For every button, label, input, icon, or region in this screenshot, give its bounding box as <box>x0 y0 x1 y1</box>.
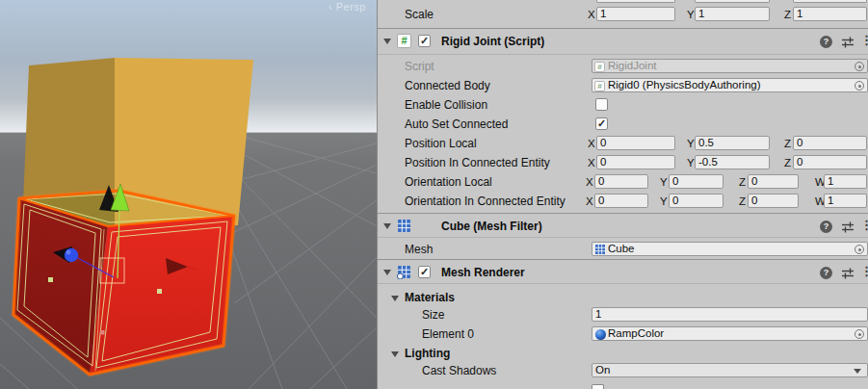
unity-editor-window: ‹ Persp Scale X 1 Y 1 Z 1 # ✓ Rigid Join… <box>0 0 868 389</box>
foldout-icon[interactable] <box>391 296 399 301</box>
kebab-menu-icon[interactable]: ⋮ <box>860 33 868 47</box>
axis-z-label: Z <box>784 9 791 20</box>
auto-set-connected-label: Auto Set Connected <box>405 117 508 131</box>
mesh-object-field[interactable]: Cube <box>592 242 868 256</box>
axis-y-label: Y <box>687 9 695 20</box>
component-header-rigid-joint[interactable]: # ✓ Rigid Joint (Script) ? ⋮ <box>378 28 868 55</box>
row-cast-shadows: Cast Shadows On <box>378 362 868 381</box>
element0-object-field[interactable]: RampColor <box>592 326 868 341</box>
row-enable-collision: Enable Collision <box>378 96 868 116</box>
row-materials-size: Size 1 <box>378 306 868 325</box>
mesh-filter-icon <box>397 219 411 233</box>
position-local-x-field[interactable]: 0 <box>596 136 675 150</box>
csharp-script-icon: # <box>594 62 605 72</box>
orientation-local-z-field[interactable]: 0 <box>748 174 799 189</box>
scale-z-field[interactable]: 1 <box>793 7 867 21</box>
row-lighting-foldout[interactable]: Lighting <box>378 345 868 364</box>
foldout-icon[interactable] <box>383 39 391 44</box>
kebab-menu-icon[interactable]: ⋮ <box>860 264 868 278</box>
handle-square-front[interactable] <box>100 330 105 335</box>
script-object-field[interactable]: # RigidJoint <box>592 59 868 73</box>
row-connected-body: Connected Body # Rigid0 (PhysicsBodyAuth… <box>378 77 868 96</box>
foldout-icon[interactable] <box>391 351 399 357</box>
orientation-in-connected-x-field[interactable]: 0 <box>594 194 648 208</box>
handle-square-left[interactable] <box>48 277 53 282</box>
handle-square-right[interactable] <box>157 289 162 294</box>
axis-x-label: X <box>588 9 595 20</box>
presets-icon[interactable] <box>841 221 855 233</box>
cast-shadows-label: Cast Shadows <box>422 364 496 377</box>
lighting-label: Lighting <box>405 347 450 360</box>
csharp-script-icon: # <box>397 34 411 48</box>
connected-body-label: Connected Body <box>405 79 490 92</box>
position-local-z-field[interactable]: 0 <box>793 136 867 150</box>
mesh-label: Mesh <box>405 243 433 256</box>
presets-icon[interactable] <box>841 37 855 48</box>
kebab-menu-icon[interactable]: ⋮ <box>860 218 868 232</box>
position-local-label: Position Local <box>405 137 477 150</box>
connected-body-object-field[interactable]: # Rigid0 (PhysicsBodyAuthoring) <box>592 78 868 92</box>
clipped-field <box>596 0 675 3</box>
cast-shadows-dropdown[interactable]: On <box>592 363 868 377</box>
axis-z-label: Z <box>784 157 791 169</box>
axis-y-label: Y <box>660 195 668 207</box>
object-picker-icon[interactable] <box>855 62 864 71</box>
element0-label: Element 0 <box>422 327 474 341</box>
axis-y-label: Y <box>687 157 695 169</box>
position-in-connected-x-field[interactable]: 0 <box>596 155 675 169</box>
mesh-value: Cube <box>608 243 635 254</box>
cast-shadows-value: On <box>595 364 610 376</box>
orientation-in-connected-w-field[interactable]: 1 <box>824 194 867 208</box>
orientation-in-connected-y-field[interactable]: 0 <box>669 194 723 208</box>
orientation-in-connected-z-field[interactable]: 0 <box>748 194 799 208</box>
help-icon[interactable]: ? <box>820 220 832 233</box>
object-picker-icon[interactable] <box>855 329 864 339</box>
orientation-local-y-field[interactable]: 0 <box>669 174 723 189</box>
clipped-field <box>793 0 867 3</box>
position-in-connected-z-field[interactable]: 0 <box>793 155 867 169</box>
foldout-icon[interactable] <box>383 270 391 275</box>
axis-z-label: Z <box>739 176 746 188</box>
component-header-mesh-filter[interactable]: Cube (Mesh Filter) ? ⋮ <box>378 213 868 238</box>
component-enabled-checkbox[interactable]: ✓ <box>418 266 431 278</box>
help-icon[interactable]: ? <box>820 36 832 48</box>
material-icon <box>595 329 606 340</box>
row-position-in-connected-entity: Position In Connected Entity X 0 Y -0.5 … <box>378 154 868 173</box>
scale-x-field[interactable]: 1 <box>596 7 675 21</box>
position-in-connected-y-field[interactable]: -0.5 <box>695 155 770 169</box>
component-header-mesh-renderer[interactable]: ✓ Mesh Renderer ? ⋮ <box>378 259 868 284</box>
csharp-script-icon: # <box>594 81 605 91</box>
component-title: Rigid Joint (Script) <box>441 35 544 48</box>
element0-value: RampColor <box>608 327 664 339</box>
axis-z-label: Z <box>739 195 746 207</box>
object-picker-icon[interactable] <box>855 245 864 254</box>
orientation-local-w-field[interactable]: 1 <box>824 174 867 189</box>
foldout-icon[interactable] <box>383 223 391 229</box>
enable-collision-label: Enable Collision <box>405 98 487 112</box>
scale-y-field[interactable]: 1 <box>695 7 770 21</box>
axis-z-label: Z <box>784 138 791 149</box>
object-picker-icon[interactable] <box>855 81 864 91</box>
orientation-local-x-field[interactable]: 0 <box>594 174 648 189</box>
row-orientation-local: Orientation Local X 0 Y 0 Z 0 W 1 <box>378 173 868 193</box>
component-title: Cube (Mesh Filter) <box>441 220 542 233</box>
orientation-local-label: Orientation Local <box>405 175 492 189</box>
axis-y-label: Y <box>687 138 695 149</box>
blue-handle[interactable] <box>65 248 78 262</box>
position-local-y-field[interactable]: 0.5 <box>695 136 770 150</box>
presets-icon[interactable] <box>841 268 855 279</box>
size-field[interactable]: 1 <box>592 307 868 322</box>
mesh-renderer-icon <box>397 265 411 279</box>
axis-x-label: X <box>588 157 595 169</box>
row-scale: Scale X 1 Y 1 Z 1 <box>378 6 868 25</box>
script-object-value: RigidJoint <box>608 60 657 71</box>
scene-view[interactable]: ‹ Persp <box>0 0 377 389</box>
auto-set-connected-checkbox[interactable]: ✓ <box>595 117 608 130</box>
row-materials-foldout[interactable]: Materials <box>378 289 868 308</box>
inspector-panel: Scale X 1 Y 1 Z 1 # ✓ Rigid Joint (Scrip… <box>377 0 868 389</box>
component-enabled-checkbox[interactable]: ✓ <box>418 35 431 47</box>
enable-collision-checkbox[interactable] <box>595 98 608 111</box>
row-orientation-in-connected-entity: Orientation In Connected Entity X 0 Y 0 … <box>378 193 868 212</box>
help-icon[interactable]: ? <box>820 267 832 279</box>
materials-label: Materials <box>405 291 455 304</box>
